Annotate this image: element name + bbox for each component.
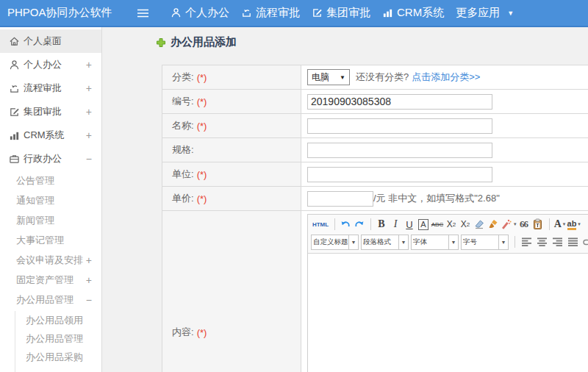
sidebar-item-supplies-purchase[interactable]: 办公用品采购 (15, 348, 101, 366)
underline-button[interactable]: U (403, 217, 416, 232)
main-content: 办公用品添加 分类:(*) 电脑▼ 还没有分类? 点击添加分类>> 编号:(*)… (103, 27, 588, 372)
field-label: 规格: (162, 138, 301, 162)
form-row-unit: 单位:(*) (162, 162, 588, 187)
field-label: 分类:(*) (162, 65, 301, 89)
source-code-button[interactable]: HTML (311, 217, 330, 232)
redo-button[interactable] (353, 217, 366, 232)
align-left-icon (521, 237, 532, 247)
sidebar-item-events-mgmt[interactable]: 大事记管理 (0, 230, 101, 250)
form-row-code: 编号:(*) (162, 90, 588, 114)
sidebar-item-crm[interactable]: CRM系统 + (0, 124, 101, 147)
expand-plus-icon[interactable]: + (86, 254, 92, 266)
field-label: 编号:(*) (162, 90, 301, 113)
strikethrough-button[interactable]: ABC (431, 217, 444, 232)
align-justify-button[interactable] (567, 237, 578, 247)
name-input[interactable] (307, 118, 492, 134)
format-painter-button[interactable]: ▾ (501, 217, 517, 232)
sidebar-item-supplies-mgmt[interactable]: 办公用品管理− (0, 290, 101, 310)
form-row-spec: 规格: (162, 138, 588, 162)
sidebar: 个人桌面 个人办公 + 流程审批 + 集团审批 + CRM系统 + 行政办公 −… (0, 27, 102, 372)
select-arrow-icon: ▼ (340, 74, 345, 81)
edit-icon (312, 7, 323, 18)
page-title: 办公用品添加 (156, 35, 237, 49)
clear-format-button[interactable] (487, 217, 500, 232)
sidebar-item-process-approval[interactable]: 流程审批 + (0, 76, 101, 100)
blockquote-button[interactable]: 66 (517, 217, 531, 232)
custom-title-select[interactable]: 自定义标题▼ (311, 235, 359, 250)
expand-minus-icon[interactable]: − (86, 294, 92, 306)
menu-toggle-button[interactable] (137, 8, 151, 18)
sidebar-item-announcement-mgmt[interactable]: 公告管理 (0, 171, 101, 190)
sidebar-item-notice-mgmt[interactable]: 通知管理 (0, 190, 101, 210)
link-button[interactable] (583, 238, 588, 246)
expand-plus-icon[interactable]: + (86, 59, 92, 71)
eraser-button[interactable] (473, 217, 486, 232)
subscript-button[interactable]: X2 (459, 217, 472, 232)
nav-more-apps[interactable]: 更多应用 ▼ (456, 6, 514, 20)
nav-group-approval[interactable]: 集团审批 (312, 6, 370, 20)
category-select[interactable]: 电脑▼ (307, 69, 350, 85)
user-icon (171, 7, 182, 18)
expand-plus-icon[interactable]: + (86, 129, 92, 141)
nav-crm[interactable]: CRM系统 (382, 6, 444, 20)
home-icon (7, 36, 21, 47)
highlight-color-button[interactable]: ab▾ (567, 217, 581, 232)
field-label: 单位:(*) (162, 162, 301, 186)
expand-minus-icon[interactable]: − (86, 153, 92, 165)
align-right-icon (552, 237, 563, 247)
italic-button[interactable]: I (389, 217, 402, 232)
code-input[interactable] (307, 94, 492, 110)
sidebar-subgroup: 办公用品领用 办公用品管理 办公用品采购 (15, 311, 101, 372)
flow-icon (7, 83, 21, 94)
expand-plus-icon[interactable]: + (86, 82, 92, 94)
field-label: 名称:(*) (162, 114, 301, 137)
spec-input[interactable] (307, 143, 492, 158)
sidebar-item-meeting-mgmt[interactable]: 会议申请及安排+ (0, 250, 101, 270)
sidebar-item-supplies-claim[interactable]: 办公用品领用 (15, 311, 101, 329)
sidebar-item-desktop[interactable]: 个人桌面 (0, 29, 101, 53)
expand-plus-icon[interactable]: + (86, 274, 92, 286)
divider (370, 218, 371, 230)
eraser-icon (473, 218, 485, 230)
flow-icon (241, 7, 252, 18)
user-icon (7, 60, 21, 71)
sidebar-item-asset-mgmt[interactable]: 固定资产管理+ (0, 270, 101, 290)
required-mark: (*) (197, 121, 207, 132)
align-center-button[interactable] (537, 237, 548, 247)
redo-icon (354, 218, 365, 230)
align-left-button[interactable] (521, 237, 532, 247)
app-title: PHPOA协同办公软件 (0, 6, 137, 20)
align-right-button[interactable] (552, 237, 563, 247)
paragraph-format-select[interactable]: 段落格式▼ (361, 235, 409, 250)
sidebar-item-group-approval[interactable]: 集团审批 + (0, 100, 101, 124)
caret-down-icon: ▼ (348, 235, 358, 249)
undo-icon (340, 218, 351, 230)
sidebar-item-admin-office[interactable]: 行政办公 − (0, 147, 101, 171)
superscript-button[interactable]: X2 (445, 217, 458, 232)
editor-toolbar: HTML B I U A ABC X2 X2 (308, 215, 588, 254)
border-text-button[interactable]: A (417, 217, 430, 232)
caret-down-icon: ▼ (398, 235, 408, 249)
price-input[interactable] (307, 191, 373, 207)
paste-text-button[interactable] (531, 217, 545, 232)
editor-content-area[interactable] (308, 254, 588, 372)
undo-button[interactable] (339, 217, 352, 232)
sidebar-item-personal-office[interactable]: 个人办公 + (0, 53, 101, 76)
add-category-link[interactable]: 点击添加分类>> (412, 71, 480, 84)
required-mark: (*) (197, 327, 207, 338)
sidebar-item-news-mgmt[interactable]: 新闻管理 (0, 210, 101, 230)
expand-plus-icon[interactable]: + (86, 106, 92, 118)
sidebar-item-supplies-manage[interactable]: 办公用品管理 (15, 329, 101, 348)
required-mark: (*) (197, 96, 207, 107)
format-painter-icon (501, 218, 512, 230)
nav-personal-office[interactable]: 个人办公 (171, 6, 229, 20)
bold-button[interactable]: B (375, 217, 388, 232)
edit-icon (7, 107, 21, 118)
nav-process-approval[interactable]: 流程审批 (241, 6, 300, 20)
font-color-button[interactable]: A▾ (553, 217, 567, 232)
required-mark: (*) (197, 193, 207, 204)
unit-input[interactable] (307, 167, 492, 182)
font-family-select[interactable]: 字体▼ (411, 235, 459, 250)
align-center-icon (537, 237, 548, 247)
font-size-select[interactable]: 字号▼ (461, 235, 509, 250)
